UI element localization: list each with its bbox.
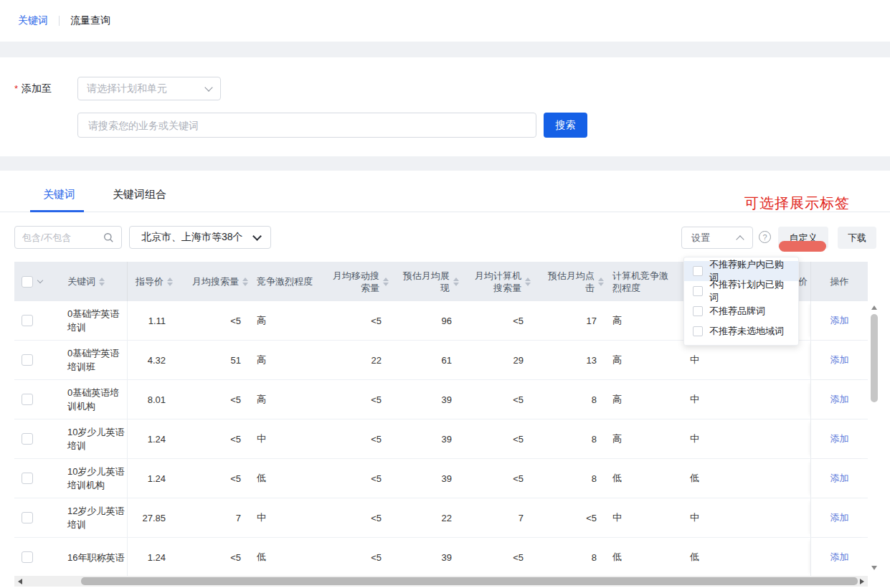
sort-icon[interactable]	[167, 278, 173, 286]
business-keyword-search-input[interactable]	[77, 113, 536, 138]
red-highlight-mark	[779, 241, 826, 252]
add-keyword-link[interactable]: 添加	[830, 511, 849, 524]
competition-cell: 高	[251, 380, 331, 419]
download-button[interactable]: 下载	[838, 227, 876, 249]
add-keyword-link[interactable]: 添加	[830, 551, 849, 564]
competition-cell: 中	[251, 498, 331, 537]
menu-item-label: 不推荐品牌词	[709, 305, 765, 318]
top-nav: 关键词 流量查询	[0, 0, 890, 42]
row-checkbox[interactable]	[22, 512, 33, 523]
scroll-up-arrow-icon[interactable]	[871, 305, 877, 310]
settings-menu-item[interactable]: 不推荐计划内已购词	[684, 281, 798, 301]
settings-select[interactable]: 设置	[681, 227, 753, 249]
menu-checkbox[interactable]	[693, 326, 703, 336]
horizontal-scrollbar[interactable]	[14, 576, 868, 587]
row-checkbox[interactable]	[22, 551, 33, 563]
monthly-search-cell: 7	[176, 498, 251, 537]
est-impressions-cell: 39	[392, 459, 462, 498]
column-header-action: 操作	[830, 275, 849, 288]
guide-price-cell: 8.01	[128, 380, 176, 419]
tab-keyword-combo[interactable]: 关键词组合	[113, 188, 166, 201]
tab-keyword[interactable]: 关键词	[43, 188, 75, 201]
pc-search-cell: <5	[462, 380, 534, 419]
guide-price-cell: 1.24	[128, 538, 176, 577]
help-icon[interactable]: ?	[759, 231, 771, 243]
sort-icon[interactable]	[453, 278, 459, 286]
add-keyword-link[interactable]: 添加	[830, 354, 849, 366]
section-divider-band	[0, 42, 890, 57]
sort-icon[interactable]	[598, 278, 604, 286]
mobile-competition-cell: 中	[683, 498, 750, 537]
add-keyword-link[interactable]: 添加	[830, 472, 849, 485]
add-keyword-link[interactable]: 添加	[830, 393, 849, 406]
row-checkbox[interactable]	[22, 473, 33, 484]
mobile-search-cell: <5	[331, 498, 392, 537]
guide-price-cell: 1.11	[128, 301, 176, 340]
row-checkbox[interactable]	[22, 394, 33, 405]
select-menu-chevron-icon[interactable]	[37, 278, 43, 283]
horizontal-scrollbar-thumb[interactable]	[81, 577, 858, 585]
column-header-keyword: 关键词	[67, 275, 95, 288]
mobile-competition-cell: 中	[683, 419, 750, 458]
column-header-pc-search: 月均计算机搜索量	[474, 270, 521, 294]
menu-checkbox[interactable]	[693, 266, 703, 276]
mobile-search-cell: <5	[331, 380, 392, 419]
add-to-label: *添加至	[14, 82, 52, 95]
plan-unit-select[interactable]: 请选择计划和单元	[77, 77, 221, 100]
est-clicks-cell: <5	[534, 498, 607, 537]
pc-search-cell: 29	[462, 341, 534, 379]
settings-select-label: 设置	[691, 232, 710, 245]
settings-menu: 不推荐账户内已购词不推荐计划内已购词不推荐品牌词不推荐未选地域词	[683, 257, 799, 346]
menu-checkbox[interactable]	[693, 306, 703, 316]
sort-icon[interactable]	[242, 278, 248, 286]
competition-cell: 低	[251, 538, 331, 577]
plan-unit-placeholder: 请选择计划和单元	[87, 82, 167, 95]
competition-cell: 高	[251, 341, 331, 379]
competition-cell: 低	[251, 459, 331, 498]
required-asterisk: *	[14, 83, 18, 94]
select-all-checkbox[interactable]	[22, 276, 33, 288]
keyword-cell: 0基础学英语培训班	[67, 346, 127, 374]
sort-icon[interactable]	[525, 278, 531, 286]
sort-icon[interactable]	[383, 278, 389, 286]
scroll-down-arrow-icon[interactable]	[871, 566, 877, 570]
keyword-cell: 10岁少儿英语培训机构	[67, 465, 127, 492]
mobile-search-cell: <5	[331, 301, 392, 340]
chevron-down-icon	[204, 83, 212, 91]
add-keyword-link[interactable]: 添加	[830, 314, 849, 327]
scroll-left-arrow-icon[interactable]	[18, 579, 22, 584]
est-clicks-cell: 13	[534, 341, 607, 379]
settings-menu-item[interactable]: 不推荐未选地域词	[684, 321, 798, 341]
pc-competition-cell: 高	[607, 341, 683, 379]
settings-menu-item[interactable]: 不推荐品牌词	[684, 301, 798, 321]
sort-icon[interactable]	[99, 278, 105, 286]
region-select[interactable]: 北京市、上海市等38个	[129, 226, 271, 249]
vertical-scrollbar[interactable]	[869, 302, 880, 576]
table-row: 0基础英语培训机构 8.01 <5 高 <5 39 <5 8 高 中 添加	[14, 380, 868, 419]
add-keyword-link[interactable]: 添加	[830, 432, 849, 445]
include-filter-input[interactable]	[22, 232, 103, 243]
topnav-traffic-query-link[interactable]: 流量查询	[70, 14, 110, 27]
monthly-search-cell: <5	[176, 419, 251, 458]
column-header-est-impressions: 预估月均展现	[402, 270, 450, 294]
active-tab-underline	[30, 210, 84, 212]
row-checkbox[interactable]	[22, 354, 33, 366]
menu-checkbox[interactable]	[693, 286, 703, 296]
scroll-right-arrow-icon[interactable]	[860, 579, 864, 584]
monthly-search-cell: 51	[176, 341, 251, 379]
vertical-scrollbar-thumb[interactable]	[871, 314, 878, 402]
row-checkbox[interactable]	[22, 315, 33, 326]
table-row: 16年职称英语 1.24 <5 低 <5 39 <5 8 低 低 添加	[14, 538, 868, 577]
pc-search-cell: <5	[462, 538, 534, 577]
pc-search-cell: 7	[462, 498, 534, 537]
topnav-keyword-link[interactable]: 关键词	[18, 14, 48, 27]
region-select-value: 北京市、上海市等38个	[141, 231, 243, 244]
row-checkbox[interactable]	[22, 433, 33, 445]
competition-cell: 高	[251, 301, 331, 340]
guide-price-cell: 1.24	[128, 459, 176, 498]
column-header-mobile-search: 月均移动搜索量	[332, 270, 379, 294]
est-impressions-cell: 39	[392, 419, 462, 458]
keyword-cell: 10岁少儿英语培训	[67, 425, 127, 452]
search-button[interactable]: 搜索	[544, 113, 587, 138]
keyword-tool-screen: 关键词 流量查询 *添加至 请选择计划和单元 搜索 关键词 关键词组合 可选择展…	[0, 0, 890, 588]
